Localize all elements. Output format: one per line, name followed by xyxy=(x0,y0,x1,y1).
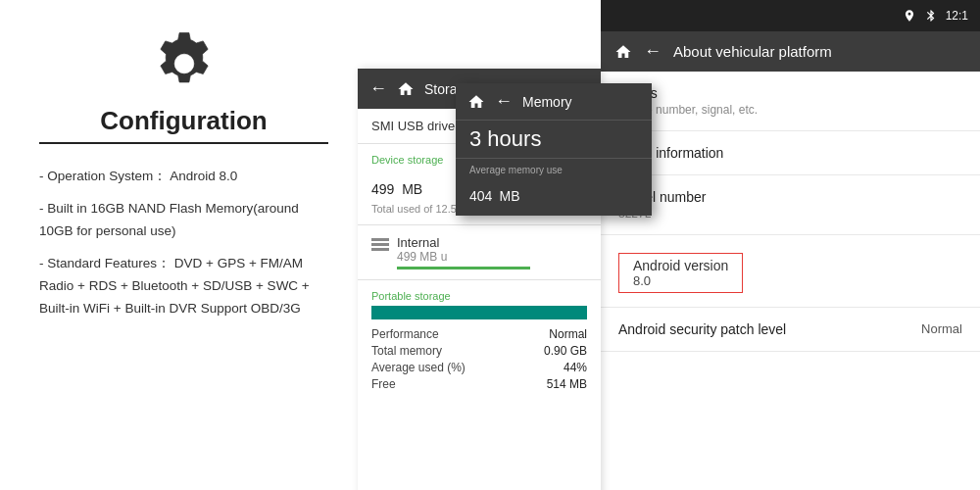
about-item-legal[interactable]: Legal information xyxy=(601,131,980,175)
location-icon xyxy=(903,9,916,23)
avg-memory-value: 404 MB xyxy=(456,177,652,216)
storage-panel-wrapper: ← Storage & USB SMI USB drive Device sto… xyxy=(358,29,601,490)
gear-icon-wrap xyxy=(39,29,328,98)
model-value: 8227L xyxy=(618,207,962,220)
stat-free: Free 514 MB xyxy=(371,377,587,391)
right-panel: 12:1 ← About vehicular platform Status P… xyxy=(601,0,980,490)
left-panel: Configuration - Operation System： Androi… xyxy=(0,0,358,490)
android-version-box: Android version 8.0 xyxy=(618,253,743,293)
status-bar: 12:1 xyxy=(601,0,980,31)
about-item-status[interactable]: Status Phone number, signal, etc. xyxy=(601,72,980,131)
memory-back-arrow[interactable]: ← xyxy=(495,91,513,112)
portable-label: Portable storage xyxy=(358,280,601,306)
internal-usage-bar xyxy=(397,267,530,270)
lines-icon xyxy=(371,238,389,251)
security-value: Normal xyxy=(921,321,962,336)
about-header: ← About vehicular platform xyxy=(601,31,980,72)
internal-label: Internal xyxy=(397,235,587,250)
about-title: About vehicular platform xyxy=(673,43,832,60)
about-back-arrow[interactable]: ← xyxy=(644,41,662,62)
about-item-model[interactable]: Model number 8227L xyxy=(601,175,980,235)
home-icon-memory xyxy=(467,93,485,111)
status-title: Status xyxy=(618,85,962,101)
memory-header: ← Memory xyxy=(456,83,652,121)
spec-item-features: - Standard Features： DVD + GPS + FM/AM R… xyxy=(39,253,328,320)
memory-overlay: ← Memory 3 hours Average memory use 404 … xyxy=(456,83,652,216)
home-icon-about xyxy=(614,43,632,61)
legal-title: Legal information xyxy=(618,145,962,161)
android-version-num: 8.0 xyxy=(633,273,728,288)
gear-icon xyxy=(150,29,219,98)
spec-item-memory: - Built in 16GB NAND Flash Memory(around… xyxy=(39,198,328,243)
stats-section: Performance Normal Total memory 0.90 GB … xyxy=(358,319,601,402)
about-item-security[interactable]: Android security patch level Normal xyxy=(601,308,980,352)
internal-size: 499 MB u xyxy=(397,250,587,264)
internal-section: Internal 499 MB u xyxy=(358,225,601,280)
spec-list: - Operation System： Android 8.0 - Built … xyxy=(39,166,328,330)
security-title: Android security patch level xyxy=(618,321,786,337)
status-sub: Phone number, signal, etc. xyxy=(618,103,962,117)
bluetooth-icon xyxy=(924,9,938,23)
memory-hours: 3 hours xyxy=(456,121,652,159)
config-title: Configuration xyxy=(39,106,328,144)
status-time: 12:1 xyxy=(946,9,968,23)
svg-point-0 xyxy=(174,54,194,74)
stat-avg-used: Average used (%) 44% xyxy=(371,361,587,374)
stat-performance: Performance Normal xyxy=(371,327,587,341)
storage-back-arrow[interactable]: ← xyxy=(369,78,387,99)
android-version-title: Android version xyxy=(633,258,728,273)
stat-total-memory: Total memory 0.90 GB xyxy=(371,344,587,358)
model-title: Model number xyxy=(618,189,962,205)
about-list: Status Phone number, signal, etc. Legal … xyxy=(601,72,980,490)
portable-usage-bar xyxy=(371,306,587,319)
memory-title: Memory xyxy=(522,94,572,110)
spec-item-os: - Operation System： Android 8.0 xyxy=(39,166,328,188)
avg-memory-label: Average memory use xyxy=(456,159,652,177)
about-item-android-version[interactable]: Android version 8.0 xyxy=(601,235,980,308)
home-icon xyxy=(397,80,415,98)
